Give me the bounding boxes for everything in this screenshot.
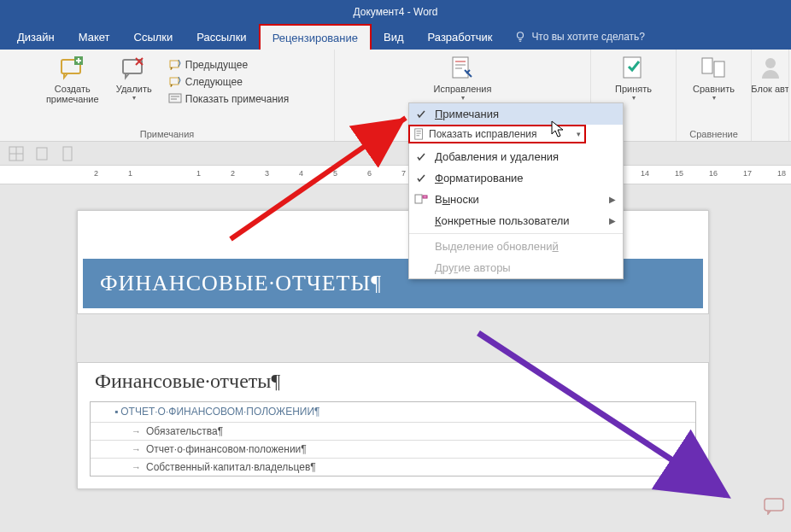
- menu-people[interactable]: Конкретные пользователи ▶: [409, 210, 623, 231]
- new-comment-icon: [59, 55, 86, 82]
- delete-comment-button[interactable]: Удалить ▾: [103, 53, 165, 103]
- menu-highlight-label: Выделение обновлений: [435, 240, 559, 253]
- svg-line-32: [231, 118, 406, 239]
- toc-row-3[interactable]: Отчет·о·финансовом·положении¶: [146, 443, 307, 455]
- delete-comment-icon: [120, 55, 148, 82]
- menu-balloons[interactable]: Выноски ▶: [409, 189, 623, 210]
- tell-me[interactable]: Что вы хотите сделать?: [514, 31, 645, 43]
- next-comment-icon: [168, 75, 182, 89]
- accept-label: Принять: [615, 84, 652, 94]
- title-bar: Документ4 - Word: [0, 0, 791, 24]
- menu-comments-label: римечания: [442, 108, 499, 120]
- prev-comment-button[interactable]: Предыдущее: [165, 56, 251, 73]
- tab-layout[interactable]: Макет: [67, 24, 122, 50]
- svg-rect-5: [170, 78, 179, 85]
- svg-rect-15: [714, 61, 724, 77]
- svg-point-0: [518, 32, 524, 38]
- menu-balloons-label: носки: [450, 193, 479, 206]
- menu-people-label: онкретные пользователи: [442, 214, 570, 227]
- block-authors-label: Блок авт: [752, 84, 789, 94]
- svg-rect-30: [63, 147, 72, 161]
- menu-formatting-label: орматирование: [443, 172, 524, 184]
- toc-row-1[interactable]: ОТЧЕТ·О·ФИНАНСОВОМ·ПОЛОЖЕНИИ¶: [120, 406, 319, 418]
- menu-insdel-label: обавления и удаления: [442, 150, 559, 163]
- menu-formatting[interactable]: Форматирование: [409, 167, 623, 189]
- menu-separator: [409, 233, 623, 234]
- compare-button[interactable]: Сравнить ▾: [683, 53, 745, 103]
- block-authors-button[interactable]: Блок авт: [752, 53, 789, 96]
- menu-others: Другие авторы: [409, 257, 623, 278]
- tab-view[interactable]: Вид: [372, 24, 416, 50]
- accept-button[interactable]: Принять ▾: [603, 53, 665, 103]
- group-compare-label: Сравнение: [689, 129, 738, 141]
- tab-design[interactable]: Дизайн: [5, 24, 67, 50]
- tab-mailings[interactable]: Рассылки: [185, 24, 258, 50]
- svg-rect-14: [702, 58, 712, 73]
- tab-developer[interactable]: Разработчик: [416, 24, 505, 50]
- compare-icon: [700, 55, 728, 82]
- svg-rect-9: [453, 57, 468, 78]
- prev-comment-label: Предыдущее: [185, 59, 248, 71]
- group-comments-label: Примечания: [140, 129, 195, 141]
- tab-review[interactable]: Рецензирование: [259, 24, 372, 50]
- annotation-red-arrow: [222, 94, 419, 248]
- group-compare: Сравнить ▾ Сравнение: [677, 50, 752, 141]
- submenu-arrow-icon: ▶: [609, 216, 616, 225]
- menu-highlight: Выделение обновлений: [409, 236, 623, 257]
- svg-point-16: [765, 58, 776, 68]
- next-comment-button[interactable]: Следующее: [165, 73, 246, 91]
- page-width-icon[interactable]: [34, 146, 50, 161]
- table-icon[interactable]: [9, 146, 24, 161]
- prev-comment-icon: [168, 58, 182, 72]
- svg-rect-6: [169, 94, 181, 102]
- mouse-cursor-icon: [550, 120, 565, 138]
- new-comment-label: Создать примечание: [44, 84, 102, 104]
- new-comment-button[interactable]: Создать примечание: [42, 53, 103, 106]
- delete-comment-label: Удалить: [116, 84, 152, 94]
- next-comment-label: Следующее: [185, 76, 243, 88]
- window-title: Документ4 - Word: [353, 6, 437, 18]
- menu-comments[interactable]: Примечания: [409, 103, 623, 125]
- svg-rect-25: [423, 196, 427, 198]
- svg-rect-29: [37, 148, 47, 160]
- show-markup-label: Показать исправления: [429, 128, 537, 140]
- group-protect: Блок авт: [752, 50, 789, 141]
- page-icon[interactable]: [60, 146, 75, 161]
- track-changes-button[interactable]: Исправления ▾: [432, 53, 494, 103]
- svg-rect-31: [765, 499, 783, 511]
- svg-rect-4: [170, 61, 179, 67]
- tell-me-label: Что вы хотите сделать?: [531, 31, 645, 43]
- lightbulb-icon: [514, 31, 526, 43]
- svg-rect-13: [624, 57, 641, 78]
- track-changes-icon: [449, 55, 477, 82]
- person-icon: [757, 55, 784, 82]
- group-changes-label: [632, 129, 635, 141]
- toc-row-4[interactable]: Собственный·капитал·владельцев¶: [146, 461, 316, 473]
- ribbon-tabs: Дизайн Макет Ссылки Рассылки Рецензирова…: [0, 24, 791, 50]
- menu-insdel[interactable]: Добавления и удаления: [409, 146, 623, 167]
- svg-line-33: [478, 333, 726, 495]
- compare-label: Сравнить: [693, 84, 735, 94]
- submenu-arrow-icon: ▶: [609, 195, 616, 204]
- track-changes-label: Исправления: [434, 84, 492, 94]
- accept-icon: [620, 55, 647, 82]
- annotation-purple-arrow: [470, 324, 743, 512]
- tab-references[interactable]: Ссылки: [122, 24, 185, 50]
- toc-row-2[interactable]: Обязательства¶: [146, 425, 223, 437]
- comment-marker-icon[interactable]: [764, 498, 784, 515]
- chevron-down-icon: ▾: [577, 130, 581, 138]
- menu-others-label: Другие авторы: [435, 261, 511, 274]
- show-comments-icon: [168, 92, 182, 106]
